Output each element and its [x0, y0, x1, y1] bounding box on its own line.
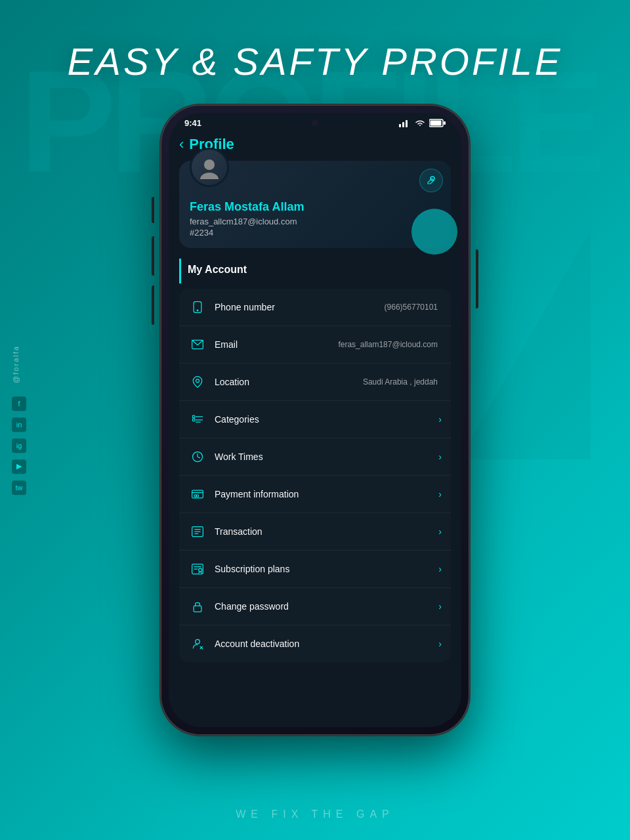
status-time: 9:41 — [184, 118, 201, 128]
power-button — [476, 249, 478, 308]
email-value: feras_allam187@icloud.com — [338, 340, 438, 349]
volume-silent-button — [152, 197, 154, 223]
page-title: EASY & SAFTY PROFILE — [0, 39, 630, 83]
menu-item-email[interactable]: Email feras_allam187@icloud.com — [179, 326, 451, 364]
payment-icon — [188, 485, 207, 503]
volume-down-button — [152, 285, 154, 325]
svg-point-27 — [196, 495, 198, 497]
notch — [262, 113, 368, 133]
categories-label: Categories — [215, 414, 438, 425]
avatar-icon — [198, 156, 221, 179]
svg-point-35 — [199, 568, 202, 572]
svg-point-14 — [430, 177, 434, 180]
linkedin-icon[interactable]: in — [12, 417, 26, 432]
instagram-icon[interactable]: ig — [12, 438, 26, 453]
deactivate-icon — [188, 635, 207, 653]
location-icon — [188, 373, 207, 391]
menu-item-transaction[interactable]: Transaction › — [179, 513, 451, 551]
menu-item-location[interactable]: Location Saudi Arabia , jeddah — [179, 364, 451, 401]
payment-chevron: › — [438, 489, 442, 499]
menu-item-categories[interactable]: Categories › — [179, 401, 451, 438]
phone-icon — [188, 298, 207, 316]
transaction-icon — [188, 522, 207, 541]
app-content: ‹ Profile — [169, 131, 461, 662]
notch-dot — [312, 119, 318, 126]
svg-rect-20 — [193, 419, 195, 421]
work-times-label: Work Times — [215, 452, 438, 462]
svg-rect-11 — [444, 121, 446, 125]
wifi-icon — [415, 119, 425, 127]
menu-item-change-password[interactable]: Change password › — [179, 588, 451, 625]
svg-rect-6 — [399, 124, 401, 127]
phone-value: (966)56770101 — [385, 303, 438, 312]
menu-item-deactivation[interactable]: Account deactivation › — [179, 625, 451, 662]
section-my-account: My Account — [179, 259, 451, 284]
social-sidebar: @foralfa f in ig ▶ tw — [12, 345, 26, 495]
deactivation-chevron: › — [438, 639, 442, 649]
phone-outer-frame: 9:41 — [161, 105, 469, 735]
change-password-chevron: › — [438, 601, 442, 612]
location-value: Saudi Arabia , jeddah — [363, 377, 438, 387]
location-label: Location — [215, 377, 363, 387]
edit-icon — [426, 175, 436, 186]
svg-point-12 — [204, 159, 215, 170]
subscription-label: Subscription plans — [215, 564, 438, 574]
volume-up-button — [152, 236, 154, 276]
email-label: Email — [215, 339, 338, 350]
subscription-icon — [188, 560, 207, 578]
change-password-label: Change password — [215, 601, 438, 612]
social-label: @foralfa — [12, 345, 26, 383]
categories-icon — [188, 410, 207, 429]
svg-rect-36 — [194, 606, 201, 612]
twitter-icon[interactable]: tw — [12, 480, 26, 495]
lock-icon — [188, 597, 207, 616]
profile-id: #2234 — [190, 228, 440, 238]
svg-point-13 — [200, 173, 219, 179]
avatar — [190, 148, 229, 187]
svg-rect-7 — [402, 122, 404, 127]
bg-triangle-decoration — [459, 230, 591, 459]
menu-list: Phone number (966)56770101 Email feras_a… — [179, 289, 451, 662]
battery-icon — [429, 119, 446, 127]
subscription-chevron: › — [438, 564, 442, 574]
svg-rect-10 — [430, 121, 442, 126]
page-title-area: EASY & SAFTY PROFILE — [0, 39, 630, 83]
menu-item-payment[interactable]: Payment information › — [179, 476, 451, 513]
categories-chevron: › — [438, 414, 442, 425]
phone-mockup: 9:41 — [161, 105, 469, 735]
transaction-label: Transaction — [215, 526, 438, 537]
work-times-chevron: › — [438, 452, 442, 462]
card-decoration — [411, 209, 457, 255]
clock-icon — [188, 448, 207, 466]
status-icons — [399, 119, 446, 127]
phone-screen: 9:41 — [169, 113, 461, 727]
profile-card: Feras Mostafa Allam feras_allcm187@iclou… — [179, 161, 451, 248]
menu-item-phone[interactable]: Phone number (966)56770101 — [179, 289, 451, 326]
phone-label: Phone number — [215, 302, 385, 312]
profile-info: Feras Mostafa Allam feras_allcm187@iclou… — [190, 171, 440, 238]
transaction-chevron: › — [438, 526, 442, 537]
menu-item-work-times[interactable]: Work Times › — [179, 438, 451, 476]
payment-label: Payment information — [215, 489, 438, 499]
profile-name: Feras Mostafa Allam — [190, 200, 440, 214]
edit-profile-button[interactable] — [419, 169, 443, 192]
signal-icon — [399, 119, 411, 127]
facebook-icon[interactable]: f — [12, 396, 26, 411]
bottom-tagline: WE FIX THE GAP — [0, 808, 630, 820]
email-icon — [188, 335, 207, 354]
deactivation-label: Account deactivation — [215, 639, 438, 649]
svg-rect-8 — [406, 120, 408, 127]
back-button[interactable]: ‹ — [179, 136, 184, 153]
profile-email: feras_allcm187@icloud.com — [190, 217, 440, 226]
menu-item-subscription[interactable]: Subscription plans › — [179, 551, 451, 588]
youtube-icon[interactable]: ▶ — [12, 459, 26, 474]
svg-point-16 — [197, 310, 198, 311]
svg-rect-19 — [193, 415, 195, 417]
svg-point-37 — [196, 639, 200, 644]
svg-point-18 — [196, 379, 200, 383]
